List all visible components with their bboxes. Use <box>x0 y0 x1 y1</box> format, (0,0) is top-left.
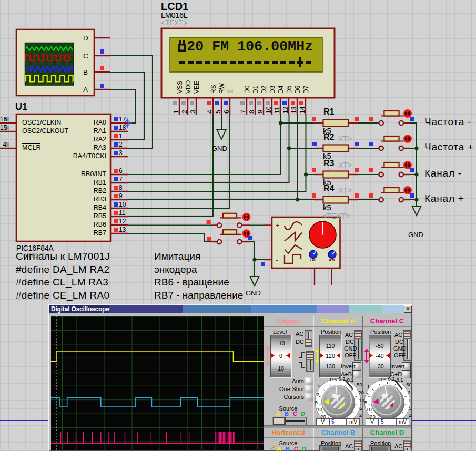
svg-text:50: 50 <box>357 382 362 387</box>
svg-text:0.5: 0.5 <box>330 376 337 382</box>
svg-text:FM: FM <box>310 258 316 262</box>
svg-text:0.2: 0.2 <box>388 376 394 382</box>
svg-text:D: D <box>83 34 88 42</box>
svg-text:9: 9 <box>257 110 264 114</box>
svg-text:0.5: 0.5 <box>379 376 386 382</box>
svg-text:1: 1 <box>173 110 180 114</box>
svg-text:+: + <box>276 221 280 229</box>
svg-text:8: 8 <box>248 110 256 114</box>
svg-text:5: 5 <box>215 110 222 114</box>
svg-text:2: 2 <box>359 412 362 418</box>
svg-text:50: 50 <box>406 382 411 387</box>
svg-text:12: 12 <box>282 106 289 114</box>
svg-text:D0: D0 <box>244 85 251 94</box>
svg-text:5: 5 <box>315 399 318 405</box>
svg-text:RS: RS <box>210 85 217 94</box>
svg-text:1: 1 <box>367 384 370 390</box>
svg-text:D4: D4 <box>277 85 285 94</box>
svg-text:4: 4 <box>206 110 214 114</box>
svg-text:7: 7 <box>240 110 247 114</box>
svg-text:11: 11 <box>274 107 281 114</box>
svg-text:10: 10 <box>366 406 372 412</box>
svg-text:D3: D3 <box>269 85 276 94</box>
svg-text:20: 20 <box>408 390 411 395</box>
svg-text:D1: D1 <box>252 85 259 94</box>
svg-text:2: 2 <box>409 412 411 418</box>
svg-text:D5: D5 <box>286 85 293 94</box>
svg-text:1: 1 <box>318 384 320 390</box>
svg-text:2: 2 <box>181 110 188 114</box>
svg-text:14: 14 <box>299 106 306 114</box>
svg-text:13: 13 <box>290 106 298 114</box>
svg-text:2: 2 <box>366 392 369 397</box>
svg-text:0.1: 0.1 <box>396 377 403 383</box>
svg-text:VDD: VDD <box>185 80 192 94</box>
svg-text:RW: RW <box>218 83 226 94</box>
svg-text:D2: D2 <box>260 85 268 94</box>
svg-text:B: B <box>83 68 88 76</box>
svg-text:0.2: 0.2 <box>338 376 345 382</box>
svg-text:10: 10 <box>408 397 411 403</box>
svg-text:E: E <box>227 89 234 94</box>
svg-text:10: 10 <box>265 106 272 114</box>
svg-text:10: 10 <box>317 406 322 412</box>
svg-text:VSS: VSS <box>176 81 184 94</box>
svg-text:D6: D6 <box>294 85 301 94</box>
svg-text:A: A <box>83 86 88 94</box>
svg-text:-: - <box>276 256 278 264</box>
svg-text:5: 5 <box>364 399 367 405</box>
svg-text:C: C <box>83 52 88 60</box>
svg-text:0.1: 0.1 <box>347 377 353 383</box>
svg-text:2: 2 <box>317 392 319 397</box>
svg-text:6: 6 <box>223 110 230 114</box>
svg-text:5: 5 <box>409 405 411 411</box>
svg-text:AM: AM <box>329 258 335 262</box>
svg-text:5: 5 <box>360 405 362 411</box>
svg-text:10: 10 <box>359 397 364 403</box>
svg-text:3: 3 <box>189 110 197 114</box>
svg-text:D7: D7 <box>302 85 310 94</box>
svg-text:VEE: VEE <box>193 81 200 94</box>
svg-text:20: 20 <box>358 390 364 395</box>
